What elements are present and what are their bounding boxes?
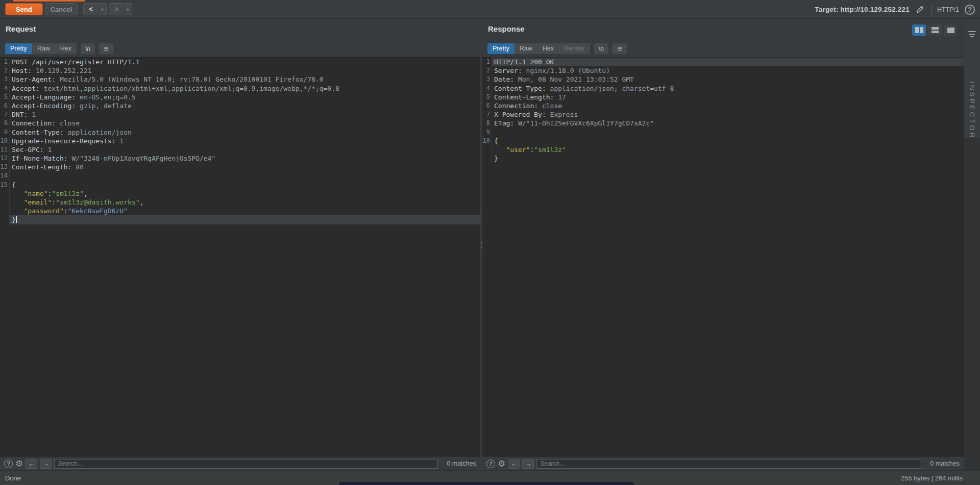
code-line[interactable]: "user":"sm1l3z" <box>482 145 964 154</box>
code-text: } <box>492 154 964 163</box>
code-line[interactable]: 4Content-Type: application/json; charset… <box>482 84 964 93</box>
response-search-row: ? ⚙ ← → 0 matches <box>482 457 964 470</box>
code-line[interactable]: } <box>0 215 480 224</box>
code-line[interactable]: 10Upgrade-Insecure-Requests: 1 <box>0 137 480 145</box>
code-line[interactable]: 7X-Powered-By: Express <box>482 110 964 119</box>
code-line[interactable]: 5Accept-Language: en-US,en;q=0.5 <box>0 93 480 101</box>
request-editor[interactable]: 1POST /api/user/register HTTP/1.12Host: … <box>0 57 480 457</box>
repeater-screen: Send Cancel < ▼ > ▼ Target: http://10.12… <box>0 0 980 485</box>
code-line[interactable]: 1HTTP/1.1 200 OK <box>482 58 964 66</box>
code-line[interactable]: } <box>482 154 964 163</box>
code-segment: : <box>64 207 68 215</box>
chevron-down-icon[interactable]: ▼ <box>99 4 106 15</box>
tab-raw[interactable]: Raw <box>514 43 537 54</box>
help-icon[interactable]: ? <box>965 5 975 15</box>
line-number <box>0 189 10 198</box>
code-segment: Content-Length: <box>12 163 71 171</box>
search-next-button[interactable]: → <box>522 459 534 469</box>
chevron-down-icon[interactable]: ▼ <box>124 4 132 15</box>
code-text: } <box>10 215 480 224</box>
code-segment: 80 <box>71 163 83 171</box>
code-line[interactable]: 6Accept-Encoding: gzip, deflate <box>0 101 480 110</box>
tab-hex[interactable]: Hex <box>55 43 77 54</box>
code-line[interactable]: 3User-Agent: Mozilla/5.0 (Windows NT 10.… <box>0 75 480 84</box>
search-settings-gear-icon[interactable]: ⚙ <box>498 460 505 468</box>
line-number: 11 <box>0 145 10 154</box>
code-text: Content-Type: application/json <box>10 128 480 137</box>
layout-toggles <box>912 24 958 36</box>
code-line[interactable]: 9Content-Type: application/json <box>0 128 480 137</box>
code-text: "user":"sm1l3z" <box>492 145 964 154</box>
code-text: Accept: text/html,application/xhtml+xml,… <box>10 84 480 93</box>
code-line[interactable]: 8ETag: W/"11-OhIZ5eFGVXc6XpGl1Y7gCO7sA2c… <box>482 119 964 127</box>
send-button[interactable]: Send <box>5 3 43 15</box>
code-text: Upgrade-Insecure-Requests: 1 <box>10 137 480 145</box>
rows-icon <box>932 27 939 33</box>
code-line[interactable]: 3Date: Mon, 08 Nov 2021 13:03:52 GMT <box>482 75 964 84</box>
code-line[interactable]: 12If-None-Match: W/"3248-nFUp1XavqYRgAFg… <box>0 154 480 163</box>
code-line[interactable]: 4Accept: text/html,application/xhtml+xml… <box>0 84 480 93</box>
code-line[interactable]: "email":"sm1l3z@dasith.works", <box>0 198 480 207</box>
hamburger-menu-icon[interactable]: ≡ <box>99 43 113 54</box>
code-segment: User-Agent: <box>12 75 56 83</box>
code-segment: gzip, deflate <box>76 102 132 110</box>
code-line[interactable]: 7DNT: 1 <box>0 110 480 119</box>
history-back-button[interactable]: < ▼ <box>83 3 107 15</box>
search-help-icon[interactable]: ? <box>4 460 13 468</box>
code-line[interactable]: 15{ <box>0 181 480 189</box>
tab-pretty[interactable]: Pretty <box>5 43 32 54</box>
code-line[interactable]: "password":"Kekc8swFgD6zU" <box>0 207 480 215</box>
code-line[interactable]: 14 <box>0 171 480 180</box>
layout-single-button[interactable] <box>944 24 958 36</box>
history-forward-button[interactable]: > ▼ <box>109 3 132 15</box>
inspector-sidebar[interactable]: INSPECTOR <box>964 19 980 470</box>
divider <box>931 4 932 15</box>
layout-rows-button[interactable] <box>928 24 942 36</box>
hamburger-menu-icon[interactable]: ≡ <box>612 43 627 54</box>
toolbar-right: Target: http://10.129.252.221 HTTP/1 ? <box>815 0 975 19</box>
code-text: Accept-Encoding: gzip, deflate <box>10 101 480 110</box>
code-line[interactable]: 6Connection: close <box>482 101 964 110</box>
code-segment: application/json; charset=utf-8 <box>546 85 674 92</box>
tab-pretty[interactable]: Pretty <box>487 43 514 54</box>
response-search-input[interactable] <box>536 459 921 469</box>
search-next-button[interactable]: → <box>40 459 52 469</box>
search-settings-gear-icon[interactable]: ⚙ <box>15 460 23 468</box>
inspector-collapse-icon[interactable] <box>964 31 980 39</box>
code-line[interactable]: 13Content-Length: 80 <box>0 163 480 171</box>
background-window-edge <box>339 482 634 485</box>
code-line[interactable]: 1POST /api/user/register HTTP/1.1 <box>0 58 480 66</box>
tab-hex[interactable]: Hex <box>537 43 559 54</box>
code-line[interactable]: 9 <box>482 128 964 137</box>
code-segment: "password" <box>23 207 63 215</box>
code-segment: Server: <box>494 67 522 74</box>
code-text: Server: nginx/1.18.0 (Ubuntu) <box>492 66 964 75</box>
response-editor[interactable]: 1HTTP/1.1 200 OK2Server: nginx/1.18.0 (U… <box>482 57 964 457</box>
tab-render[interactable]: Render <box>559 43 590 54</box>
code-segment: X-Powered-By: <box>494 111 546 118</box>
search-help-icon[interactable]: ? <box>486 460 495 468</box>
code-line[interactable]: 5Content-Length: 17 <box>482 93 964 101</box>
code-line[interactable]: 11Sec-GPC: 1 <box>0 145 480 154</box>
inspector-label[interactable]: INSPECTOR <box>968 81 976 140</box>
line-number <box>0 207 10 215</box>
cancel-button[interactable]: Cancel <box>45 3 78 15</box>
tab-raw[interactable]: Raw <box>32 43 55 54</box>
code-line[interactable]: "name":"sm1l3z", <box>0 189 480 198</box>
show-newlines-button[interactable]: \n <box>594 43 608 54</box>
show-newlines-button[interactable]: \n <box>81 43 95 54</box>
columns-icon <box>915 27 919 33</box>
request-search-input[interactable] <box>54 459 438 469</box>
code-segment: If-None-Match: <box>12 155 68 162</box>
code-line[interactable]: 10{ <box>482 137 964 145</box>
line-number: 13 <box>0 163 10 171</box>
request-search-row: ? ⚙ ← → 0 matches <box>0 457 480 470</box>
code-line[interactable]: 8Connection: close <box>0 119 480 127</box>
code-line[interactable]: 2Host: 10.129.252.221 <box>0 66 480 75</box>
edit-target-button[interactable] <box>915 5 925 15</box>
layout-columns-button[interactable] <box>912 24 926 36</box>
code-text: Date: Mon, 08 Nov 2021 13:03:52 GMT <box>492 75 964 84</box>
search-prev-button[interactable]: ← <box>26 459 37 469</box>
code-line[interactable]: 2Server: nginx/1.18.0 (Ubuntu) <box>482 66 964 75</box>
search-prev-button[interactable]: ← <box>508 459 520 469</box>
